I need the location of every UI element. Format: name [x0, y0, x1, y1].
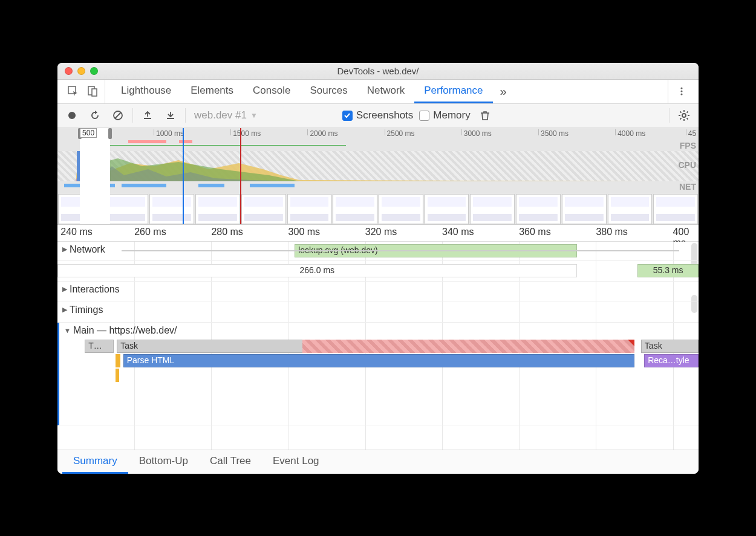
close-window-button[interactable]: [65, 67, 73, 75]
filmstrip-thumbnail[interactable]: [425, 194, 469, 224]
tracks-container[interactable]: ▶Network lockup.svg (web.dev) ▶Frames 26…: [57, 242, 699, 450]
frame-bar[interactable]: 266.0 ms: [57, 264, 577, 277]
panel-tabstrip: LighthouseElementsConsoleSourcesNetworkP…: [57, 80, 699, 104]
screenshots-label: Screenshots: [356, 109, 414, 121]
track-network[interactable]: ▶Network lockup.svg (web.dev): [57, 242, 699, 261]
overview-tick: 3500 ms: [538, 129, 569, 135]
chevron-right-icon: ▶: [62, 306, 67, 314]
track-interactions[interactable]: ▶Interactions: [57, 282, 699, 302]
svg-point-11: [682, 114, 686, 117]
long-task-warning-icon: [628, 340, 634, 346]
overview-tick: 1000 ms: [154, 129, 184, 135]
marker-cursor-icon[interactable]: [240, 128, 241, 224]
svg-rect-10: [167, 118, 174, 119]
performance-toolbar: web.dev #1 ▼ Screenshots Memory: [57, 104, 699, 128]
overflow-tabs-button[interactable]: »: [493, 85, 514, 98]
detail-ruler: 240 ms260 ms280 ms300 ms320 ms340 ms360 …: [57, 225, 699, 242]
filmstrip-thumbnail[interactable]: [608, 194, 653, 224]
fps-lane-label: FPS: [680, 139, 696, 152]
memory-checkbox[interactable]: Memory: [419, 109, 470, 121]
save-profile-button[interactable]: [162, 107, 179, 124]
load-profile-button[interactable]: [139, 107, 156, 124]
filmstrip-thumbnail[interactable]: [470, 194, 515, 224]
minimize-window-button[interactable]: [77, 67, 85, 75]
tab-console[interactable]: Console: [243, 80, 300, 103]
settings-gear-icon[interactable]: [676, 107, 692, 124]
track-interactions-label: Interactions: [70, 284, 120, 295]
svg-point-4: [680, 90, 682, 92]
script-eval-bar[interactable]: [116, 369, 119, 382]
garbage-collect-button[interactable]: [477, 107, 494, 124]
network-lane: [57, 182, 699, 189]
track-frames[interactable]: ▶Frames 266.0 ms 55.3 ms: [57, 261, 699, 282]
cpu-lane-label: CPU: [678, 158, 696, 172]
filmstrip-thumbnail[interactable]: [333, 194, 377, 224]
details-tab-event-log[interactable]: Event Log: [262, 450, 330, 474]
detail-tick: 320 ms: [365, 227, 397, 237]
playhead-cursor-icon[interactable]: [183, 128, 184, 224]
filmstrip-thumbnail[interactable]: [287, 194, 332, 224]
overview-tick: 45: [686, 129, 696, 135]
selection-end-handle[interactable]: [108, 128, 112, 139]
screenshots-checkbox[interactable]: Screenshots: [342, 109, 414, 121]
svg-point-5: [680, 93, 682, 95]
selection-start-label: 500: [80, 128, 97, 138]
detail-tick: 280 ms: [211, 227, 243, 237]
recording-name: web.dev #1: [194, 109, 247, 121]
device-toggle-icon[interactable]: [84, 83, 101, 100]
overview-tick: 4000 ms: [615, 129, 645, 135]
dropdown-chevron-icon: ▼: [250, 111, 258, 120]
filmstrip-thumbnail[interactable]: [104, 194, 149, 224]
tab-lighthouse[interactable]: Lighthouse: [111, 80, 181, 103]
overview-tick: 1500 ms: [230, 129, 261, 135]
overview-tick: 2000 ms: [307, 129, 337, 135]
clear-button[interactable]: [109, 107, 126, 124]
svg-rect-9: [144, 118, 151, 119]
filmstrip-thumbnail[interactable]: [562, 194, 607, 224]
inspect-element-icon[interactable]: [65, 83, 82, 100]
filmstrip-thumbnail[interactable]: [195, 194, 240, 224]
filmstrip-thumbnail[interactable]: [516, 194, 561, 224]
record-button[interactable]: [64, 107, 80, 124]
timeline-overview[interactable]: 5001000 ms1500 ms2000 ms2500 ms3000 ms35…: [57, 128, 699, 225]
detail-tick: 300 ms: [288, 227, 320, 237]
details-tab-bottom-up[interactable]: Bottom-Up: [128, 450, 199, 474]
network-waterfall-line: [122, 250, 679, 251]
filmstrip-thumbnail[interactable]: [379, 194, 423, 224]
long-frame-marker: [179, 140, 192, 143]
task-bar[interactable]: Task: [641, 340, 699, 353]
filmstrip-thumbnail[interactable]: [241, 194, 286, 224]
track-main[interactable]: ▼Main — https://web.dev/ T…TaskTaskParse…: [57, 323, 699, 425]
details-tab-call-tree[interactable]: Call Tree: [199, 450, 262, 474]
checkbox-unchecked-icon: [419, 111, 429, 121]
details-tab-summary[interactable]: Summary: [62, 450, 128, 474]
detail-tick: 360 ms: [519, 227, 550, 237]
recording-selector[interactable]: web.dev #1 ▼: [194, 109, 258, 121]
flame-bar[interactable]: Parse HTML: [123, 354, 635, 367]
frame-bar[interactable]: 55.3 ms: [637, 264, 699, 277]
window-title: DevTools - web.dev/: [337, 66, 419, 76]
reload-profile-button[interactable]: [86, 107, 103, 124]
detail-tick: 340 ms: [442, 227, 474, 237]
long-task-hatch: [302, 340, 635, 353]
traffic-lights: [57, 67, 98, 75]
tab-elements[interactable]: Elements: [181, 80, 243, 103]
detail-tick: 260 ms: [134, 227, 166, 237]
zoom-window-button[interactable]: [90, 67, 98, 75]
overview-filmstrip: [57, 194, 699, 224]
track-main-label: Main — https://web.dev/: [73, 325, 177, 336]
more-menu-icon[interactable]: [673, 83, 690, 100]
task-bar[interactable]: T…: [85, 340, 114, 353]
tab-performance[interactable]: Performance: [414, 80, 492, 103]
filmstrip-thumbnail[interactable]: [653, 194, 698, 224]
overview-selection[interactable]: [80, 128, 110, 224]
chevron-down-icon: ▼: [64, 327, 71, 334]
tab-network[interactable]: Network: [357, 80, 414, 103]
flame-bar[interactable]: Reca…tyle: [644, 354, 699, 367]
filmstrip-thumbnail[interactable]: [149, 194, 194, 224]
chevron-right-icon: ▶: [62, 285, 67, 293]
checkbox-checked-icon: [342, 111, 353, 121]
tab-sources[interactable]: Sources: [300, 80, 357, 103]
script-eval-bar[interactable]: [116, 354, 120, 367]
track-timings[interactable]: ▶Timings: [57, 302, 699, 323]
